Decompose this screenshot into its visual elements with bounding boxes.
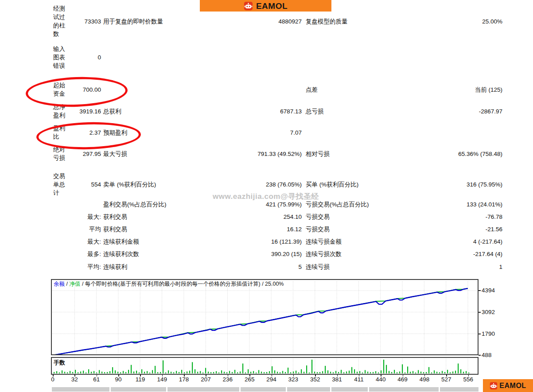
- stats-row: 平均 获利交易 16.12 亏损交易 -21.56: [53, 225, 502, 233]
- y-tick: [479, 355, 481, 356]
- stat-value-3: [399, 124, 502, 141]
- stat-label-3: [306, 124, 399, 141]
- stat-label-3: 连续亏损次数: [306, 250, 399, 258]
- stats-row: 盈利比 2.37 预期盈利 7.07: [53, 124, 502, 141]
- lots-bar-chart: [52, 358, 478, 374]
- stat-label-2: 总获利: [103, 102, 210, 120]
- y-tick: [479, 334, 481, 334]
- stat-value-2: 390.20 (15): [210, 250, 302, 258]
- x-tick-label: 61: [93, 376, 100, 383]
- stat-value: 554: [66, 171, 101, 197]
- stats-row: 最多: 连续获利次数 390.20 (15) 连续亏损次数 -217.64 (4…: [53, 250, 502, 258]
- stats-row: 输入图表错误 0: [53, 44, 502, 70]
- x-tick: [53, 375, 54, 376]
- stat-sublabel: 最大:: [66, 213, 101, 221]
- x-tick-label: 498: [420, 376, 430, 383]
- scrollbar-gap: [330, 387, 331, 392]
- stats-row: 最大: 获利交易 254.10 亏损交易 -76.78: [53, 213, 502, 221]
- stat-sublabel: 平均:: [66, 263, 101, 271]
- stat-value-2: 791.33 (49.52%): [210, 145, 302, 163]
- stats-row: 起始资金 700.00 点差 当前 (125): [53, 81, 502, 98]
- stat-label-2: 连续获利金额: [103, 237, 210, 245]
- x-tick: [97, 375, 97, 376]
- stats-row: 绝对亏损 297.95 最大亏损 791.33 (49.52%) 相对亏损 65…: [53, 145, 502, 163]
- stat-value-2: 7.07: [210, 124, 302, 141]
- stats-row: 总净盈利 3919.16 总获利 6787.13 总亏损 -2867.97: [53, 102, 502, 120]
- x-tick-label: 119: [136, 376, 145, 383]
- stat-value-3: -76.78: [399, 213, 502, 221]
- stat-label-2: 连续获利: [103, 263, 210, 271]
- stat-label-2: 最大亏损: [103, 145, 210, 163]
- stat-value-2: 4880927: [210, 4, 302, 39]
- stat-label-2: 连续获利次数: [103, 250, 210, 258]
- stat-label-3: [306, 44, 399, 70]
- stats-row: 最大: 连续获利金额 16 (121.39) 连续亏损金额 4 (-217.64…: [53, 237, 502, 245]
- x-tick-label: 556: [463, 376, 473, 383]
- stat-value-3: -2867.97: [399, 102, 502, 120]
- x-tick-label: 440: [376, 376, 386, 383]
- chart-description: 每个即时价格(基于所有可利用的最小时段的每一个价格的分形插值计算): [85, 281, 261, 287]
- horizontal-scrollbar[interactable]: [52, 387, 479, 392]
- stat-label-3: 总亏损: [306, 102, 399, 120]
- scrollbar-gap: [109, 387, 111, 392]
- x-tick-label: 90: [115, 376, 122, 383]
- scrollbar-gap: [368, 387, 369, 392]
- y-tick-label: 3092: [482, 309, 495, 315]
- x-tick-label: 527: [441, 376, 451, 383]
- x-tick: [315, 375, 316, 376]
- x-tick-label: 149: [157, 376, 167, 383]
- stat-value-2: 5: [210, 263, 302, 271]
- x-tick-label: 352: [310, 376, 320, 383]
- x-tick: [162, 375, 163, 376]
- x-tick: [206, 375, 206, 376]
- stat-label-3: 连续亏损: [306, 263, 399, 271]
- stat-value: 0: [66, 44, 101, 70]
- x-tick: [272, 375, 272, 376]
- stat-value-2: 6787.13: [210, 102, 302, 120]
- x-tick: [381, 375, 381, 376]
- scrollbar-gap: [286, 387, 287, 392]
- stat-sublabel: 最大:: [66, 237, 101, 245]
- stat-label-2: 用于复盘的即时价数量: [103, 4, 210, 39]
- watermark: www.eazhijia.com@寻找圣经: [195, 191, 337, 202]
- x-tick-label: 294: [266, 376, 276, 383]
- x-tick-label: 207: [201, 376, 211, 383]
- stat-label-2: [103, 81, 210, 98]
- stat-sublabel: 最多:: [66, 250, 101, 258]
- x-tick: [184, 375, 185, 376]
- x-tick-label: 381: [332, 376, 342, 383]
- balance-equity-line-chart: [52, 280, 478, 354]
- stat-label-3: 相对亏损: [306, 145, 399, 163]
- x-tick: [424, 375, 425, 376]
- x-tick: [293, 375, 294, 376]
- scrollbar-gap: [166, 387, 167, 392]
- balance-chart-panel: 余额 / 净值 / 每个即时价格(基于所有可利用的最小时段的每一个价格的分形插值…: [51, 279, 479, 355]
- x-tick: [403, 375, 404, 376]
- x-tick: [118, 375, 119, 376]
- stat-label-2: 获利交易: [103, 225, 210, 233]
- stat-value: 2.37: [66, 124, 101, 141]
- stat-value-3: -217.64 (4): [399, 250, 502, 258]
- legend-equity: 净值: [69, 281, 80, 287]
- stat-value-3: 4 (-217.64): [399, 237, 502, 245]
- lots-chart-panel: 手数: [51, 357, 479, 375]
- y-tick: [479, 312, 481, 313]
- stat-label-3: 连续亏损金额: [306, 237, 399, 245]
- x-tick: [359, 375, 360, 376]
- x-tick-label: 323: [288, 376, 299, 383]
- lots-label: 手数: [54, 359, 65, 367]
- stat-label-3: 点差: [306, 81, 399, 98]
- x-tick: [140, 375, 141, 376]
- x-tick-label: 236: [223, 376, 233, 383]
- eamol-logo-bottom[interactable]: EAMOL: [483, 379, 533, 392]
- x-tick: [249, 375, 250, 376]
- stat-value-2: [210, 81, 302, 98]
- x-tick-label: 265: [245, 376, 255, 383]
- legend-balance: 余额: [54, 281, 65, 287]
- stat-value-2: 16.12: [210, 225, 302, 233]
- stat-value-3: 316 (75.95%): [399, 171, 502, 197]
- x-tick: [74, 375, 75, 376]
- stat-value: 700.00: [66, 81, 101, 98]
- x-tick-label: 411: [354, 376, 364, 383]
- stat-value: 3919.16: [66, 102, 101, 120]
